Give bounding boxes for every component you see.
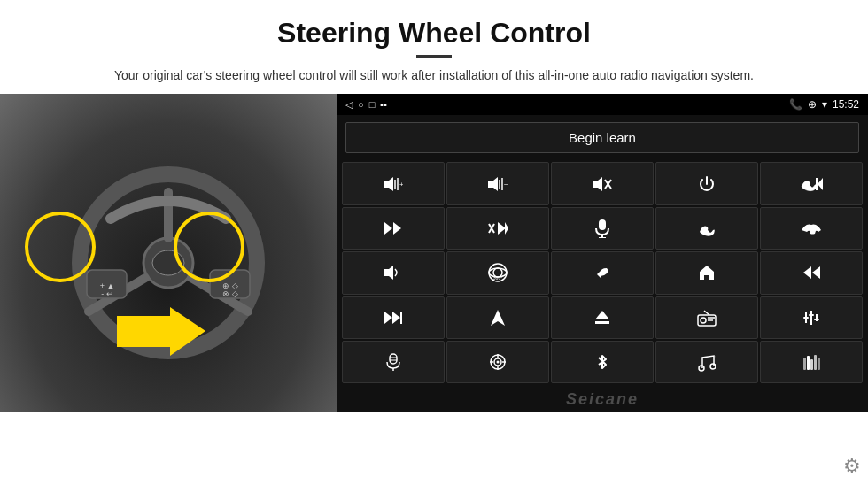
svg-text:⚙: ⚙ [715, 354, 716, 360]
svg-rect-58 [803, 317, 809, 319]
svg-marker-13 [384, 177, 393, 191]
svg-marker-42 [812, 266, 820, 279]
power-button[interactable] [655, 162, 758, 204]
controls-grid: + − [337, 160, 868, 389]
svg-marker-31 [505, 222, 508, 235]
svg-rect-61 [390, 354, 397, 364]
svg-marker-45 [392, 312, 400, 324]
vol-down-button[interactable]: − [446, 162, 549, 204]
seicane-watermark: Seicane [337, 389, 868, 412]
svg-rect-49 [595, 321, 609, 324]
svg-text:360°: 360° [493, 275, 502, 281]
navigate-button[interactable] [446, 296, 549, 339]
svg-point-67 [497, 361, 500, 364]
svg-rect-79 [818, 358, 820, 370]
svg-point-51 [701, 318, 706, 323]
back-button[interactable] [551, 251, 654, 294]
svg-text:−: − [504, 181, 508, 189]
vol-up-button[interactable]: + [342, 162, 445, 204]
svg-point-73 [710, 364, 716, 369]
skip-button[interactable] [446, 207, 549, 250]
svg-rect-59 [809, 314, 814, 316]
highlight-circle-right [174, 212, 244, 282]
status-bar-left: ◁ ○ □ ▪▪ [345, 99, 387, 111]
next-track-button[interactable] [342, 207, 445, 250]
status-bar-right: 📞 ⊕ ▾ 15:52 [789, 98, 859, 111]
equalizer-button[interactable] [760, 341, 863, 383]
svg-rect-60 [814, 319, 819, 320]
page-title: Steering Wheel Control [53, 16, 815, 50]
page-container: Steering Wheel Control Your original car… [0, 0, 868, 485]
svg-marker-30 [498, 222, 506, 235]
svg-rect-76 [807, 356, 810, 370]
svg-text:⊗  ◇: ⊗ ◇ [222, 289, 238, 298]
svg-rect-77 [810, 359, 813, 370]
svg-marker-21 [593, 177, 602, 191]
svg-rect-46 [400, 312, 402, 324]
svg-marker-24 [818, 178, 823, 190]
svg-marker-12 [117, 307, 205, 356]
svg-marker-47 [491, 310, 505, 326]
head-unit-wrapper: ◁ ○ □ ▪▪ 📞 ⊕ ▾ 15:52 Begin learn [337, 94, 868, 485]
car-image-section: + ▲ - ↩ ⊕ ◇ ⊗ ◇ [0, 94, 337, 412]
mic-button[interactable] [551, 207, 654, 250]
bluetooth-button[interactable] [551, 341, 654, 383]
svg-marker-27 [393, 222, 401, 235]
yellow-arrow [117, 307, 205, 356]
eq-settings-button[interactable] [760, 296, 863, 339]
svg-rect-78 [814, 355, 817, 370]
header-section: Steering Wheel Control Your original car… [0, 0, 868, 94]
radio-button[interactable] [655, 296, 758, 339]
camera-360-button[interactable]: 360° [446, 251, 549, 294]
home-nav-icon[interactable]: ○ [358, 99, 364, 110]
content-row: + ▲ - ↩ ⊕ ◇ ⊗ ◇ [0, 94, 868, 485]
music-button[interactable]: ⚙ [655, 341, 758, 383]
begin-learn-row: Begin learn [337, 115, 868, 160]
eject-button[interactable] [551, 296, 654, 339]
wifi-icon: ▾ [822, 98, 827, 111]
begin-learn-button[interactable]: Begin learn [345, 122, 859, 153]
svg-marker-43 [803, 266, 811, 279]
hang-up-button[interactable] [760, 207, 863, 250]
target-button[interactable] [446, 341, 549, 383]
time-display: 15:52 [833, 98, 859, 111]
title-divider [416, 55, 452, 58]
call-button[interactable] [655, 207, 758, 250]
phone-prev-button[interactable] [760, 162, 863, 204]
highlight-circle-left [25, 212, 96, 282]
signal-icon: ▪▪ [380, 99, 387, 110]
mute-button[interactable] [551, 162, 654, 204]
gear-settings-icon[interactable]: ⚙ [843, 455, 861, 478]
home-button[interactable] [655, 251, 758, 294]
svg-marker-44 [384, 312, 392, 324]
svg-rect-75 [803, 358, 806, 370]
phone-status-icon: 📞 [789, 98, 802, 111]
fast-forward-button[interactable] [342, 296, 445, 339]
rewind-button[interactable] [760, 251, 863, 294]
back-nav-icon[interactable]: ◁ [345, 99, 353, 111]
status-bar: ◁ ○ □ ▪▪ 📞 ⊕ ▾ 15:52 [337, 94, 868, 115]
svg-rect-32 [599, 219, 606, 230]
mic2-button[interactable] [342, 341, 445, 383]
subtitle-text: Your original car's steering wheel contr… [89, 66, 779, 85]
head-unit-section: ◁ ○ □ ▪▪ 📞 ⊕ ▾ 15:52 Begin learn [337, 94, 868, 412]
svg-point-72 [699, 366, 704, 371]
svg-marker-17 [488, 177, 498, 191]
svg-marker-26 [384, 222, 392, 235]
svg-text:+: + [399, 181, 403, 189]
speaker-button[interactable] [342, 251, 445, 294]
recents-nav-icon[interactable]: □ [369, 99, 376, 110]
gps-icon: ⊕ [808, 98, 817, 111]
svg-text:-   ↩: - ↩ [101, 289, 113, 298]
svg-marker-48 [595, 311, 609, 319]
svg-marker-41 [700, 266, 714, 280]
